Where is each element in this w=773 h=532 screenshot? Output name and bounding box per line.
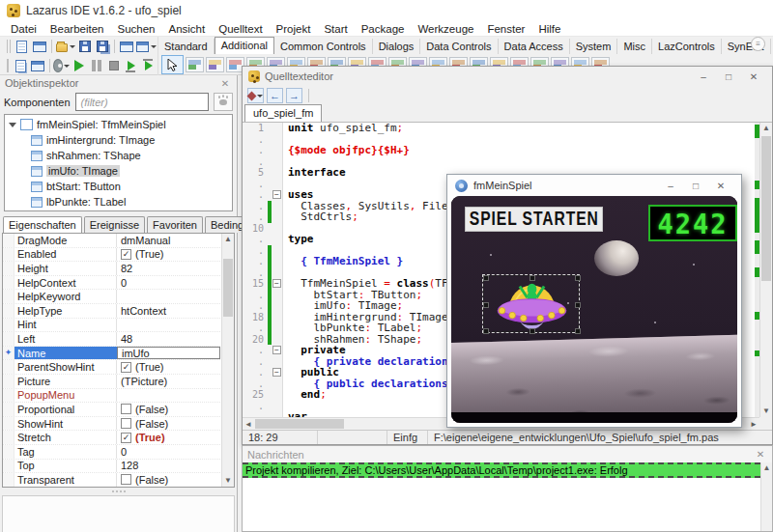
- selection-handle[interactable]: [483, 275, 489, 281]
- scrollbar-thumb[interactable]: [761, 136, 771, 281]
- palette-tab-dialogs[interactable]: Dialogs: [373, 39, 421, 54]
- toolbar-grip[interactable]: [7, 59, 9, 72]
- scroll-up-icon[interactable]: ▲: [760, 123, 772, 134]
- close-icon[interactable]: ✕: [218, 78, 232, 89]
- scroll-left-icon[interactable]: ◄: [243, 418, 254, 430]
- palette-tab-misc[interactable]: Misc: [617, 39, 652, 54]
- property-row-name[interactable]: ✦NameimUfo: [3, 347, 234, 361]
- property-grid-scrollbar[interactable]: ▲ ▼: [221, 234, 234, 487]
- view-forms-button[interactable]: [29, 57, 46, 74]
- menu-datei[interactable]: Datei: [4, 22, 43, 36]
- component-filter-input[interactable]: (filter): [75, 93, 210, 111]
- fold-marker-icon[interactable]: −: [272, 346, 281, 354]
- palette-tab-additional[interactable]: Additional: [215, 37, 274, 54]
- close-icon[interactable]: ✕: [708, 177, 733, 194]
- palette-tab-data-controls[interactable]: Data Controls: [420, 39, 498, 54]
- property-value[interactable]: 128: [117, 460, 234, 473]
- property-value[interactable]: 0: [117, 445, 234, 459]
- palette-tab-common-controls[interactable]: Common Controls: [274, 39, 373, 54]
- checkbox-icon[interactable]: [121, 474, 131, 485]
- maximize-icon[interactable]: □: [683, 177, 708, 194]
- palette-tab-data-access[interactable]: Data Access: [499, 39, 570, 54]
- property-row-parentshowhint[interactable]: ParentShowHint✓(True): [3, 360, 234, 375]
- menu-fenster[interactable]: Fenster: [480, 22, 531, 36]
- filter-options-button[interactable]: [214, 93, 233, 111]
- run-button[interactable]: [71, 57, 88, 74]
- selection-handle[interactable]: [530, 328, 535, 334]
- save-all-button[interactable]: [94, 38, 111, 55]
- checkbox-icon[interactable]: [121, 404, 131, 414]
- property-value[interactable]: 48: [117, 332, 234, 346]
- scroll-down-icon[interactable]: ▼: [222, 475, 234, 487]
- save-button[interactable]: [76, 38, 94, 55]
- tab-ereignisse[interactable]: Ereignisse: [84, 216, 145, 233]
- form-client-area[interactable]: SPIEL STARTEN 4242: [451, 196, 737, 423]
- property-row-hint[interactable]: Hint: [3, 319, 234, 333]
- start-game-button[interactable]: SPIEL STARTEN: [465, 207, 603, 232]
- property-value[interactable]: htContext: [117, 304, 234, 318]
- tree-item-imHintergrund[interactable]: imHintergrund: TImage: [5, 132, 232, 148]
- palette-component-icon[interactable]: [206, 57, 224, 72]
- build-mode-button[interactable]: [53, 57, 71, 74]
- tree-item-root[interactable]: fmMeinSpiel: TfmMeinSpiel: [5, 117, 232, 132]
- property-value[interactable]: 0: [117, 276, 234, 290]
- navigate-back-button[interactable]: ←: [267, 88, 283, 103]
- selection-handle[interactable]: [575, 302, 581, 308]
- menu-projekt[interactable]: Projekt: [270, 22, 318, 36]
- menu-quelltext[interactable]: Quelltext: [212, 22, 269, 36]
- scroll-up-icon[interactable]: ▲: [222, 234, 234, 245]
- tree-item-btStart[interactable]: btStart: TButton: [5, 179, 232, 194]
- form-titlebar[interactable]: fmMeinSpiel – □ ✕: [447, 175, 741, 196]
- toolbar-grip[interactable]: [7, 40, 11, 53]
- checkbox-icon[interactable]: ✓: [121, 433, 131, 443]
- property-value[interactable]: (False): [117, 417, 234, 431]
- property-value[interactable]: ✓(True): [117, 248, 234, 262]
- property-row-helpcontext[interactable]: HelpContext0: [3, 276, 234, 291]
- tab-favoriten[interactable]: Favoriten: [147, 216, 203, 233]
- property-row-enabled[interactable]: Enabled✓(True): [3, 248, 234, 263]
- selection-handle[interactable]: [483, 302, 489, 308]
- property-row-left[interactable]: Left48: [3, 332, 234, 347]
- view-form-menu-button[interactable]: [135, 38, 157, 55]
- scrollbar-thumb[interactable]: [223, 259, 233, 317]
- property-value[interactable]: dmManual: [117, 234, 234, 247]
- step-into-button[interactable]: [123, 57, 140, 74]
- palette-tab-lazcontrols[interactable]: LazControls: [652, 39, 722, 54]
- property-value[interactable]: imUfo: [117, 347, 234, 360]
- selection-handle[interactable]: [530, 275, 535, 281]
- menu-start[interactable]: Start: [317, 22, 354, 36]
- editor-titlebar[interactable]: Quelltexteditor – □ ✕: [243, 67, 772, 86]
- property-row-top[interactable]: Top128: [3, 460, 234, 474]
- property-row-tag[interactable]: Tag0: [3, 445, 234, 460]
- palette-tab-standard[interactable]: Standard: [158, 39, 215, 54]
- jump-history-button[interactable]: [247, 88, 264, 103]
- property-row-stretch[interactable]: Stretch✓(True): [3, 431, 234, 445]
- menu-bearbeiten[interactable]: Bearbeiten: [43, 22, 111, 36]
- palette-overflow-button[interactable]: ≡: [751, 37, 765, 51]
- selection-handle[interactable]: [575, 328, 581, 334]
- property-row-proportional[interactable]: Proportional(False): [3, 403, 234, 417]
- minimize-icon[interactable]: –: [658, 177, 683, 194]
- property-row-showhint[interactable]: ShowHint(False): [3, 417, 234, 432]
- checkbox-icon[interactable]: ✓: [121, 249, 131, 260]
- property-row-helpkeyword[interactable]: HelpKeyword: [3, 290, 234, 304]
- menu-ansicht[interactable]: Ansicht: [162, 22, 213, 36]
- fold-marker-icon[interactable]: −: [272, 279, 281, 288]
- close-icon[interactable]: ✕: [754, 449, 767, 460]
- scroll-down-icon[interactable]: ▼: [760, 406, 772, 417]
- pause-button[interactable]: [88, 57, 105, 74]
- inspector-splitter[interactable]: [0, 488, 237, 495]
- menu-hilfe[interactable]: Hilfe: [531, 22, 567, 36]
- palette-tab-system[interactable]: System: [570, 39, 618, 54]
- palette-component-icon[interactable]: [186, 57, 204, 72]
- checkbox-icon[interactable]: ✓: [121, 362, 131, 373]
- editor-vscrollbar[interactable]: ▲ ▼: [759, 123, 772, 417]
- close-icon[interactable]: ✕: [741, 68, 766, 85]
- open-button[interactable]: [55, 38, 77, 55]
- property-row-picture[interactable]: Picture(TPicture): [3, 375, 234, 389]
- fold-marker-icon[interactable]: −: [272, 368, 281, 377]
- messages-scrollbar[interactable]: ▲: [760, 462, 772, 531]
- property-row-popupmenu[interactable]: PopupMenu: [3, 389, 234, 404]
- property-value[interactable]: ✓(True): [117, 360, 234, 374]
- property-value[interactable]: [117, 319, 234, 332]
